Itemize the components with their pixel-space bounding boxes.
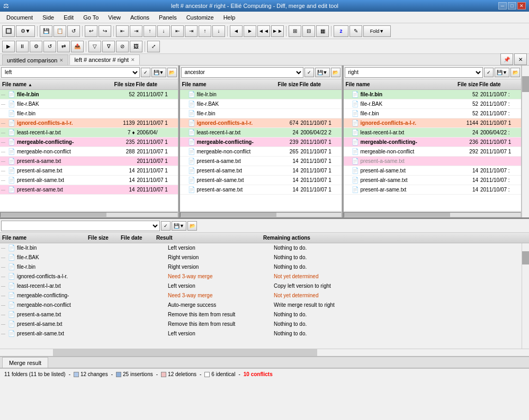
- ancestor-browse-button[interactable]: 📂: [331, 68, 340, 77]
- right-row-4[interactable]: 📄 least-recent-l-ar.txt 24 2006/04/22 :: [344, 128, 522, 138]
- tb-nav4-button[interactable]: ↓: [157, 25, 170, 37]
- right-check-button[interactable]: ✓: [484, 68, 494, 77]
- right-col-date[interactable]: File date: [479, 81, 519, 87]
- right-row-6[interactable]: 📄 mergeable-non-conflict 292 2011/10/07 …: [344, 147, 522, 157]
- tb-sync-button[interactable]: 2: [334, 25, 348, 37]
- result-save-button[interactable]: 💾▼: [172, 221, 186, 231]
- result-col-size[interactable]: File size: [88, 235, 120, 241]
- ancestor-dropdown[interactable]: ancestor: [181, 67, 303, 78]
- minimize-button[interactable]: ─: [498, 2, 507, 10]
- file-panes-vscroll[interactable]: [522, 66, 529, 217]
- left-col-name[interactable]: File name ▲: [2, 81, 105, 87]
- tb-ml-button[interactable]: ◄: [230, 25, 243, 37]
- tb-redo-button[interactable]: ↪: [98, 25, 111, 37]
- right-save-button[interactable]: 💾▼: [495, 68, 509, 77]
- merge-tab-result[interactable]: Merge result: [2, 357, 48, 368]
- tb2-ext-button[interactable]: ⤢: [147, 41, 160, 52]
- tb-save-button[interactable]: 💾: [40, 25, 52, 37]
- left-col-size[interactable]: File size: [106, 81, 135, 87]
- tb2-filter-button[interactable]: ▽: [88, 41, 101, 52]
- tab-pin-button[interactable]: 📌: [500, 53, 513, 65]
- anc-row-2[interactable]: 📄 file-r.bin: [180, 109, 342, 118]
- tb2-export-button[interactable]: 📤: [71, 41, 84, 52]
- right-row-3[interactable]: 📄 ignored-conflicts-a-l-r. 1144 2011/10/…: [344, 118, 522, 128]
- menu-panels[interactable]: Panels: [155, 13, 181, 22]
- tb-mr-button[interactable]: ►: [244, 25, 256, 37]
- tb2-pause-button[interactable]: ⏸: [16, 41, 29, 52]
- menu-view[interactable]: View: [104, 13, 125, 22]
- left-row-9[interactable]: — 📄 present-alr-same.txt 14 2011/10/07 1: [0, 176, 178, 185]
- result-dropdown[interactable]: [1, 221, 160, 231]
- tb-nav8-button[interactable]: ↓: [212, 25, 225, 37]
- anc-row-8[interactable]: 📄 present-al-same.txt 14 2011/10/07 1: [180, 166, 342, 176]
- ancestor-hscroll[interactable]: [180, 211, 342, 217]
- left-row-6[interactable]: — 📄 mergeable-non-conflict 288 2011/10/0…: [0, 147, 178, 157]
- tb2-filter2-button[interactable]: ∇: [102, 41, 115, 52]
- ancestor-col-name[interactable]: File name: [182, 81, 268, 87]
- result-vscroll[interactable]: [522, 243, 529, 349]
- tb2-options-button[interactable]: ⚙: [30, 41, 42, 52]
- result-row-1[interactable]: — 📄 file-r.BAK Right version Nothing to …: [0, 253, 522, 262]
- tb-nav6-button[interactable]: ⇥: [185, 25, 198, 37]
- tb-new-button[interactable]: 🔲: [2, 25, 15, 37]
- result-check-button[interactable]: ✓: [161, 221, 171, 231]
- result-row-3[interactable]: — 📄 ignored-conflicts-a-l-r. Need 3-way …: [0, 272, 522, 281]
- right-col-name[interactable]: File name: [346, 81, 449, 87]
- tab-main[interactable]: left # ancestor # right ✕: [69, 54, 140, 65]
- left-check-button[interactable]: ✓: [141, 68, 150, 77]
- tb-nav7-button[interactable]: ↑: [199, 25, 211, 37]
- tb-ml2-button[interactable]: ◄◄: [257, 25, 270, 37]
- right-row-8[interactable]: 📄 present-al-same.txt 14 2011/10/07 :: [344, 166, 522, 176]
- right-row-10[interactable]: 📄 present-ar-same.txt 14 2011/10/07 :: [344, 185, 522, 195]
- anc-row-9[interactable]: 📄 present-alr-same.txt 14 2011/10/07 1: [180, 176, 342, 185]
- tb-view1-button[interactable]: ⊞: [289, 25, 301, 37]
- tb2-play-button[interactable]: ▶: [2, 41, 15, 52]
- anc-row-4[interactable]: 📄 least-recent-l-ar.txt 24 2006/04/22 2: [180, 128, 342, 138]
- left-row-5[interactable]: — 📄 mergeable-conflicting- 235 2011/10/0…: [0, 138, 178, 147]
- right-row-2[interactable]: 📄 file-r.bin 52 2011/10/07 :: [344, 109, 522, 118]
- tb-fold-button[interactable]: Fold▼: [363, 25, 391, 37]
- tb-view2-button[interactable]: ⊟: [302, 25, 315, 37]
- tb2-sync2-button[interactable]: ⇄: [57, 41, 70, 52]
- tb-nav2-button[interactable]: ⇥: [130, 25, 142, 37]
- left-row-2[interactable]: 📄 file-r.bin: [0, 109, 178, 118]
- maximize-button[interactable]: □: [508, 2, 516, 10]
- result-hscroll[interactable]: [0, 349, 529, 356]
- ancestor-save-button[interactable]: 💾▼: [315, 68, 330, 77]
- anc-row-1[interactable]: 📄 file-r.BAK: [180, 99, 342, 109]
- result-row-8[interactable]: — 📄 present-al-same.txt Remove this item…: [0, 319, 522, 329]
- tab-untitled[interactable]: untitled comparison ✕: [2, 54, 68, 65]
- result-col-date[interactable]: File date: [121, 235, 155, 241]
- left-hscroll[interactable]: [0, 211, 178, 217]
- anc-row-10[interactable]: 📄 present-ar-same.txt 14 2011/10/07 1: [180, 185, 342, 195]
- result-row-2[interactable]: — 📄 file-r.bin Right version Nothing to …: [0, 262, 522, 272]
- tb-nav1-button[interactable]: ⇤: [116, 25, 129, 37]
- right-hscroll[interactable]: [344, 211, 522, 217]
- left-save-button[interactable]: 💾▼: [151, 68, 166, 77]
- menu-customize[interactable]: Customize: [182, 13, 218, 22]
- anc-row-5[interactable]: 📄 mergeable-conflicting- 239 2011/10/07 …: [180, 138, 342, 147]
- left-row-1[interactable]: — 📄 file-r.BAK: [0, 99, 178, 109]
- left-col-date[interactable]: File date: [136, 81, 176, 87]
- menu-goto[interactable]: Go To: [79, 13, 103, 22]
- result-row-4[interactable]: — 📄 least-recent-l-ar.txt Left version C…: [0, 281, 522, 291]
- result-row-0[interactable]: — 📄 file-lr.bin Left version Nothing to …: [0, 243, 522, 253]
- result-row-7[interactable]: — 📄 present-a-same.txt Remove this item …: [0, 310, 522, 319]
- right-row-0[interactable]: 📄 file-lr.bin 52 2011/10/07 :: [344, 90, 522, 99]
- tb-refresh-button[interactable]: ↺: [67, 25, 80, 37]
- right-row-9[interactable]: 📄 present-alr-same.txt 14 2011/10/07 :: [344, 176, 522, 185]
- left-browse-button[interactable]: 📂: [167, 68, 177, 77]
- result-row-6[interactable]: — 📄 mergeable-non-conflict Auto-merge su…: [0, 300, 522, 310]
- right-row-1[interactable]: 📄 file-r.BAK 52 2011/10/07 :: [344, 99, 522, 109]
- ancestor-col-date[interactable]: File date: [300, 81, 339, 87]
- tb-view3-button[interactable]: ▦: [316, 25, 329, 37]
- tb-edit-button[interactable]: ✎: [349, 25, 362, 37]
- tab-untitled-close[interactable]: ✕: [59, 58, 64, 63]
- left-row-10[interactable]: — 📄 present-ar-same.txt 14 2011/10/07 1: [0, 185, 178, 195]
- result-col-result[interactable]: Result: [156, 235, 262, 241]
- result-row-9[interactable]: — 📄 present-alr-same.txt Left version No…: [0, 329, 522, 339]
- tb2-refresh2-button[interactable]: ↺: [43, 41, 56, 52]
- right-row-5[interactable]: 📄 mergeable-conflicting- 236 2011/10/07 …: [344, 138, 522, 147]
- tb2-img-button[interactable]: 🖼: [130, 41, 142, 52]
- right-browse-button[interactable]: 📂: [510, 68, 520, 77]
